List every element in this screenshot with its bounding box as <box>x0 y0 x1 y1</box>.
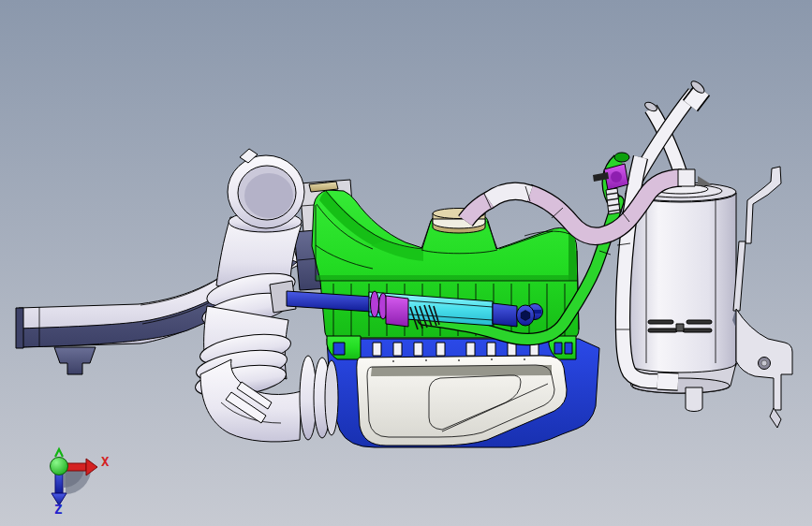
z-axis-label: Z <box>54 502 62 517</box>
rod-tip-hex <box>521 311 530 321</box>
actuator-flange <box>371 291 379 317</box>
mouth-opening <box>244 173 293 218</box>
bolt-washer <box>761 360 767 366</box>
canister-drain-port <box>686 387 702 412</box>
valve-cap <box>614 153 629 162</box>
cad-viewport[interactable]: X Z <box>0 0 812 526</box>
latch-slot <box>333 343 345 355</box>
latch-slot <box>554 343 562 354</box>
valve-detail <box>611 171 622 183</box>
rod-end-blue <box>493 303 517 327</box>
snorkel-end-cap <box>16 308 23 348</box>
canister-body <box>626 193 736 374</box>
bellows-clamp <box>300 356 338 440</box>
model-scene[interactable]: X Z <box>0 0 812 526</box>
actuator-collar-purple <box>386 296 408 327</box>
canister-inlet-port <box>678 169 695 186</box>
x-axis-label: X <box>101 454 110 469</box>
latch-slot <box>565 343 572 354</box>
origin-sphere <box>51 458 68 475</box>
